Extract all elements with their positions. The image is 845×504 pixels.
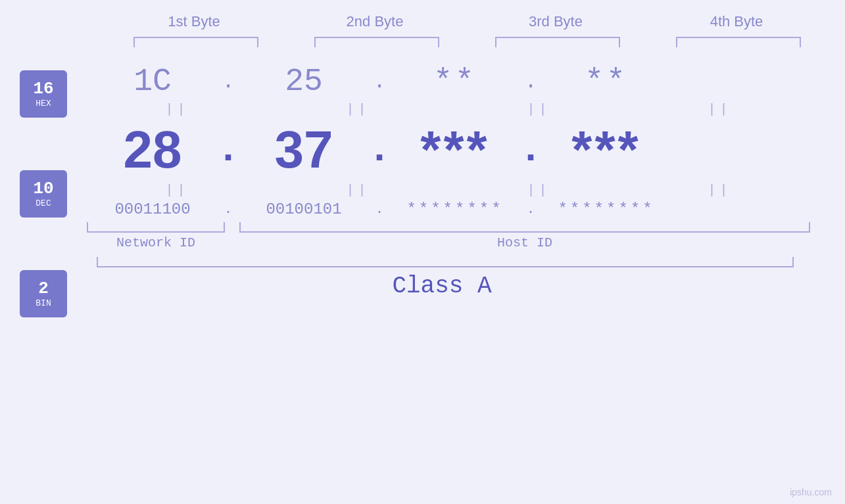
segment-labels: Network ID Host ID	[87, 235, 810, 250]
hex-badge-number: 16	[33, 80, 53, 97]
eq-row-2: || || || ||	[87, 183, 810, 198]
byte-labels-row: 1st Byte 2nd Byte 3rd Byte 4th Byte	[104, 13, 827, 30]
dec-badge: 10 DEC	[20, 170, 67, 218]
dec-dot-2: .	[370, 127, 389, 172]
bin-val-1: 00011100	[114, 200, 190, 218]
hex-val-2: 25	[285, 64, 323, 99]
dec-cell-4: ***	[541, 120, 672, 180]
eq-2: ||	[293, 102, 424, 117]
top-bracket-1	[133, 37, 258, 47]
eq-4: ||	[654, 102, 786, 117]
bin-badge-number: 2	[38, 280, 49, 297]
hex-badge: 16 HEX	[20, 70, 67, 118]
hex-cell-1: 1C	[87, 64, 218, 99]
hex-cell-4: **	[541, 64, 672, 99]
dec-dot-1: .	[218, 127, 238, 172]
byte-label-2: 2nd Byte	[309, 13, 441, 30]
eq-3: ||	[473, 102, 605, 117]
eq-6: ||	[293, 183, 424, 198]
main-area: 16 HEX 10 DEC 2 BIN 1C . 25	[0, 51, 845, 317]
bottom-brackets-row	[87, 222, 810, 233]
hex-val-4: **	[585, 64, 628, 99]
hex-val-3: **	[433, 64, 477, 99]
bin-cell-3: ********	[389, 200, 521, 218]
dec-val-1: 28	[124, 120, 182, 180]
top-bracket-4	[676, 37, 801, 47]
class-bracket-wrap	[90, 257, 800, 267]
bin-dot-2: .	[370, 202, 389, 217]
dec-badge-number: 10	[33, 180, 53, 197]
bin-cell-1: 00011100	[87, 200, 218, 218]
dec-cell-1: 28	[87, 120, 218, 180]
dec-cell-2: 37	[238, 120, 370, 180]
data-section: 1C . 25 . ** . ** || || || ||	[87, 51, 845, 300]
bin-val-2: 00100101	[266, 200, 341, 218]
dec-val-2: 37	[275, 120, 333, 180]
eq-8: ||	[654, 183, 786, 198]
hex-cell-2: 25	[238, 64, 370, 99]
top-bracket-3	[495, 37, 620, 47]
hex-row: 1C . 25 . ** . **	[87, 64, 810, 99]
dec-row: 28 . 37 . *** . ***	[87, 120, 810, 180]
hex-badge-label: HEX	[36, 99, 51, 108]
top-bracket-2	[314, 37, 439, 47]
page: 1st Byte 2nd Byte 3rd Byte 4th Byte 16 H…	[0, 0, 845, 504]
net-bracket	[87, 222, 225, 233]
bin-row: 00011100 . 00100101 . ******** . *******…	[87, 200, 810, 218]
host-bracket	[239, 222, 810, 233]
hex-cell-3: **	[389, 64, 521, 99]
bin-badge-label: BIN	[36, 298, 51, 308]
eq-5: ||	[112, 183, 243, 198]
hex-dot-3: .	[521, 70, 541, 94]
bin-val-3: ********	[406, 200, 503, 218]
bin-cell-2: 00100101	[238, 200, 370, 218]
badges-column: 16 HEX 10 DEC 2 BIN	[20, 70, 67, 317]
eq-row-1: || || || ||	[87, 102, 810, 117]
host-id-label: Host ID	[239, 235, 810, 250]
dec-badge-label: DEC	[36, 198, 51, 208]
byte-label-3: 3rd Byte	[490, 13, 621, 30]
bin-badge: 2 BIN	[20, 270, 67, 317]
bin-dot-1: .	[218, 202, 238, 217]
dec-val-3: ***	[420, 120, 489, 180]
byte-label-1: 1st Byte	[128, 13, 260, 30]
class-bracket	[97, 257, 794, 267]
hex-dot-1: .	[218, 70, 238, 94]
eq-7: ||	[473, 183, 605, 198]
byte-label-4: 4th Byte	[671, 13, 802, 30]
hex-dot-2: .	[370, 70, 389, 94]
dec-cell-3: ***	[389, 120, 521, 180]
hex-val-1: 1C	[133, 64, 172, 99]
bin-cell-4: ********	[541, 200, 672, 218]
class-label: Class A	[87, 273, 797, 300]
bin-val-4: ********	[558, 200, 654, 218]
dec-dot-3: .	[521, 127, 541, 172]
dec-val-4: ***	[571, 120, 640, 180]
network-id-label: Network ID	[87, 235, 225, 250]
watermark: ipshu.com	[790, 487, 832, 497]
eq-1: ||	[112, 102, 243, 117]
bin-dot-3: .	[521, 202, 541, 217]
